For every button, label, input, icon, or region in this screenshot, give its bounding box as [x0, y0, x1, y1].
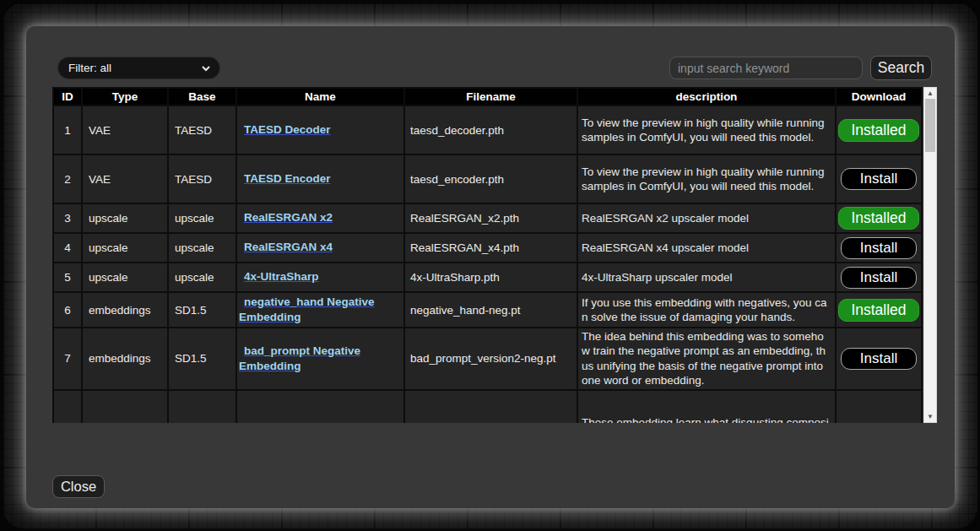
cell-download: Install — [836, 328, 922, 390]
cell-description: RealESRGAN x2 upscaler model — [577, 203, 836, 233]
table-row: 6embeddingsSD1.5negative_hand Negative E… — [53, 292, 922, 328]
cell-download — [836, 390, 922, 423]
install-button[interactable]: Install — [841, 168, 917, 190]
cell-download: Install — [836, 263, 922, 292]
cell-base: upscale — [168, 233, 236, 263]
table-row: 4upscaleupscaleRealESRGAN x4RealESRGAN_x… — [53, 233, 922, 263]
model-name-link[interactable]: TAESD Encoder — [244, 172, 331, 185]
cell-id: 6 — [53, 292, 82, 328]
table-header-row: ID Type Base Name Filename description D… — [53, 88, 922, 106]
cell-base: upscale — [168, 203, 236, 233]
cell-download: Install — [836, 154, 922, 203]
cell-id: 2 — [53, 154, 82, 203]
cell-id: 4 — [53, 233, 82, 263]
cell-download: Installed — [836, 203, 922, 233]
header-type: Type — [82, 88, 168, 106]
cell-type: embeddings — [82, 292, 168, 328]
model-name-link[interactable]: RealESRGAN x4 — [244, 241, 333, 253]
cell-description: These embedding learn what disgusting co… — [577, 390, 836, 423]
cell-download: Install — [836, 233, 922, 263]
cell-filename: RealESRGAN_x2.pth — [404, 203, 577, 233]
cell-description: If you use this embedding with negatives… — [577, 292, 836, 328]
cell-name: negative_hand Negative Embedding — [236, 292, 404, 328]
table-row: 2VAETAESDTAESD Encodertaesd_encoder.pthT… — [53, 154, 922, 203]
search-input[interactable] — [669, 57, 863, 79]
cell-name: bad_prompt Negative Embedding — [236, 328, 404, 390]
cell-id — [53, 390, 82, 423]
scrollbar-thumb[interactable] — [925, 99, 935, 152]
cell-filename: negative_hand-neg.pt — [404, 292, 577, 328]
scroll-down-icon[interactable]: ▼ — [924, 411, 936, 422]
header-name: Name — [236, 88, 404, 106]
cell-description: 4x-UltraSharp upscaler model — [577, 263, 836, 292]
cell-filename: taesd_encoder.pth — [404, 154, 577, 203]
cell-filename: RealESRGAN_x4.pth — [404, 233, 577, 263]
cell-download: Installed — [836, 292, 922, 328]
install-button[interactable]: Install — [841, 237, 917, 259]
table-row: These embedding learn what disgusting co… — [53, 390, 922, 423]
cell-type — [82, 390, 168, 423]
cell-filename: 4x-UltraSharp.pth — [404, 263, 577, 292]
search-button[interactable]: Search — [870, 56, 932, 80]
cell-id: 1 — [53, 106, 82, 154]
cell-type: VAE — [82, 106, 168, 154]
install-button[interactable]: Install — [841, 348, 917, 370]
cell-name — [236, 390, 404, 423]
table-row: 1VAETAESDTAESD Decodertaesd_decoder.pthT… — [53, 106, 922, 154]
cell-name: RealESRGAN x2 — [236, 203, 404, 233]
cell-type: upscale — [82, 203, 168, 233]
cell-id: 7 — [53, 328, 82, 390]
cell-filename: taesd_decoder.pth — [404, 106, 577, 154]
installed-button[interactable]: Installed — [838, 299, 918, 322]
cell-description: RealESRGAN x4 upscaler model — [577, 233, 836, 263]
header-id: ID — [53, 88, 82, 106]
cell-description: To view the preview in high quality whil… — [577, 154, 836, 203]
table-row: 3upscaleupscaleRealESRGAN x2RealESRGAN_x… — [53, 203, 922, 233]
cell-filename: bad_prompt_version2-neg.pt — [404, 328, 577, 390]
cell-base: SD1.5 — [168, 328, 236, 390]
cell-download: Installed — [836, 106, 922, 154]
cell-base: upscale — [168, 263, 236, 292]
header-base: Base — [168, 88, 236, 106]
cell-base: TAESD — [168, 154, 236, 203]
header-filename: Filename — [404, 88, 577, 106]
cell-description: The idea behind this embedding was to so… — [577, 328, 836, 390]
cell-name: TAESD Decoder — [236, 106, 404, 154]
filter-select-value: Filter: all — [68, 62, 201, 74]
model-name-link[interactable]: 4x-UltraSharp — [244, 270, 319, 283]
model-name-link[interactable]: negative_hand Negative Embedding — [239, 295, 375, 323]
cell-id: 5 — [53, 263, 82, 292]
cell-type: upscale — [82, 263, 168, 292]
cell-filename — [404, 390, 577, 423]
installed-button[interactable]: Installed — [838, 207, 918, 230]
header-download: Download — [836, 88, 922, 106]
table-row: 7embeddingsSD1.5bad_prompt Negative Embe… — [53, 328, 922, 390]
install-models-dialog: Filter: all Search ID Type Base Name Fil… — [26, 26, 955, 508]
model-name-link[interactable]: RealESRGAN x2 — [244, 211, 333, 224]
close-button[interactable]: Close — [52, 475, 105, 498]
chevron-down-icon — [201, 63, 211, 73]
model-table: ID Type Base Name Filename description D… — [52, 87, 923, 423]
cell-name: TAESD Encoder — [236, 154, 404, 203]
model-name-link[interactable]: bad_prompt Negative Embedding — [239, 344, 360, 372]
table-scrollbar[interactable]: ▲ ▼ — [923, 87, 937, 423]
cell-base: TAESD — [168, 106, 236, 154]
cell-type: VAE — [82, 154, 168, 203]
cell-type: embeddings — [82, 328, 168, 390]
cell-description: To view the preview in high quality whil… — [577, 106, 836, 154]
model-table-container: ID Type Base Name Filename description D… — [52, 87, 937, 423]
cell-id: 3 — [53, 203, 82, 233]
cell-base — [168, 390, 236, 423]
model-table-body: 1VAETAESDTAESD Decodertaesd_decoder.pthT… — [53, 106, 922, 423]
cell-name: RealESRGAN x4 — [236, 233, 404, 263]
cell-base: SD1.5 — [168, 292, 236, 328]
install-button[interactable]: Install — [841, 267, 917, 289]
scroll-up-icon[interactable]: ▲ — [924, 88, 936, 99]
cell-name: 4x-UltraSharp — [236, 263, 404, 292]
model-name-link[interactable]: TAESD Decoder — [244, 123, 331, 136]
installed-button[interactable]: Installed — [838, 119, 918, 142]
cell-type: upscale — [82, 233, 168, 263]
filter-select[interactable]: Filter: all — [57, 57, 220, 79]
header-description: description — [577, 88, 836, 106]
table-row: 5upscaleupscale4x-UltraSharp4x-UltraShar… — [53, 263, 922, 292]
